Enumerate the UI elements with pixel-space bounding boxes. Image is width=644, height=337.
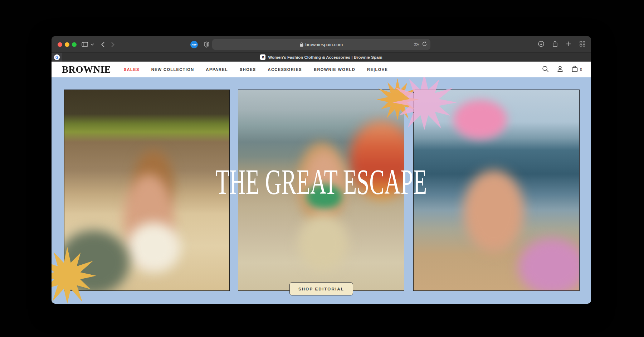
tab-bar: G B Women's Fashion Clothing & Accessori…: [52, 53, 591, 62]
adblock-extension-button[interactable]: ABP: [190, 41, 198, 48]
chevron-down-icon: [91, 43, 94, 45]
hero-title: THE GREAT ESCAPE: [151, 164, 491, 200]
sidebar-toggle-button[interactable]: [81, 36, 89, 53]
google-favicon: G: [54, 54, 60, 60]
hero-section: THE GREAT ESCAPE SHOP EDITORIAL: [52, 77, 591, 304]
search-icon[interactable]: [542, 66, 549, 74]
brownie-favicon: B: [260, 54, 265, 60]
pinned-tab-google[interactable]: G: [52, 53, 62, 62]
window-controls: [58, 36, 77, 53]
tab-title: Women's Fashion Clothing & Accessories |…: [268, 55, 382, 59]
cart-count-badge: 0: [580, 67, 582, 72]
site-header: BROWNIE SALES NEW COLLECTION APPAREL SHO…: [52, 62, 591, 77]
account-icon[interactable]: [557, 66, 564, 74]
translate-icon[interactable]: 文A: [414, 42, 419, 47]
cart-button[interactable]: 0: [571, 66, 582, 74]
tab-overview-icon[interactable]: [580, 41, 585, 48]
header-actions: 0: [542, 66, 582, 74]
sun-decoration-icon: [390, 77, 458, 133]
brand-logo[interactable]: BROWNIE: [62, 64, 111, 76]
tab-group-chevron-button[interactable]: [89, 36, 95, 53]
reload-icon[interactable]: [422, 42, 427, 47]
fullscreen-window-button[interactable]: [72, 42, 77, 47]
forward-button[interactable]: [109, 36, 117, 53]
nav-item-accessories[interactable]: ACCESSORIES: [268, 67, 302, 72]
sidebar-icon: [82, 42, 88, 47]
toolbar-right-actions: [538, 36, 585, 53]
photo-texture: [298, 214, 348, 271]
nav-item-new-collection[interactable]: NEW COLLECTION: [151, 67, 194, 72]
browser-toolbar: ABP browniespain.com: [52, 36, 591, 53]
active-tab[interactable]: B Women's Fashion Clothing & Accessories…: [260, 54, 382, 60]
nav-item-brownie-world[interactable]: BROWNIE WORLD: [314, 67, 355, 72]
downloads-icon[interactable]: [538, 41, 544, 48]
photo-texture: [453, 100, 507, 139]
desktop-background: ABP browniespain.com: [0, 0, 644, 337]
nav-item-shoes[interactable]: SHOES: [240, 67, 256, 72]
privacy-extension-button[interactable]: [203, 36, 210, 53]
new-tab-icon[interactable]: [566, 41, 571, 48]
shield-icon: [204, 42, 209, 48]
shop-editorial-button[interactable]: SHOP EDITORIAL: [289, 282, 353, 295]
back-button[interactable]: [99, 36, 107, 53]
browser-window: ABP browniespain.com: [52, 36, 591, 304]
minimize-window-button[interactable]: [65, 42, 69, 47]
address-bar[interactable]: browniespain.com 文A: [212, 39, 430, 50]
share-icon[interactable]: [552, 40, 558, 48]
photo-texture: [127, 222, 181, 273]
lock-icon: [300, 42, 303, 47]
close-window-button[interactable]: [58, 42, 62, 47]
address-bar-tools: 文A: [414, 39, 427, 50]
sun-decoration-icon: [52, 245, 98, 304]
photo-texture: [518, 238, 580, 291]
nav-item-relove[interactable]: RE|LOVE: [367, 67, 388, 72]
chevron-right-icon: [111, 42, 114, 47]
nav-item-apparel[interactable]: APPAREL: [206, 67, 228, 72]
chevron-left-icon: [101, 42, 104, 47]
main-menu: SALES NEW COLLECTION APPAREL SHOES ACCES…: [124, 67, 388, 72]
shopping-bag-icon: [571, 66, 578, 74]
abp-label: ABP: [191, 43, 196, 46]
nav-item-sales[interactable]: SALES: [124, 67, 140, 72]
url-host-text: browniespain.com: [306, 42, 343, 47]
